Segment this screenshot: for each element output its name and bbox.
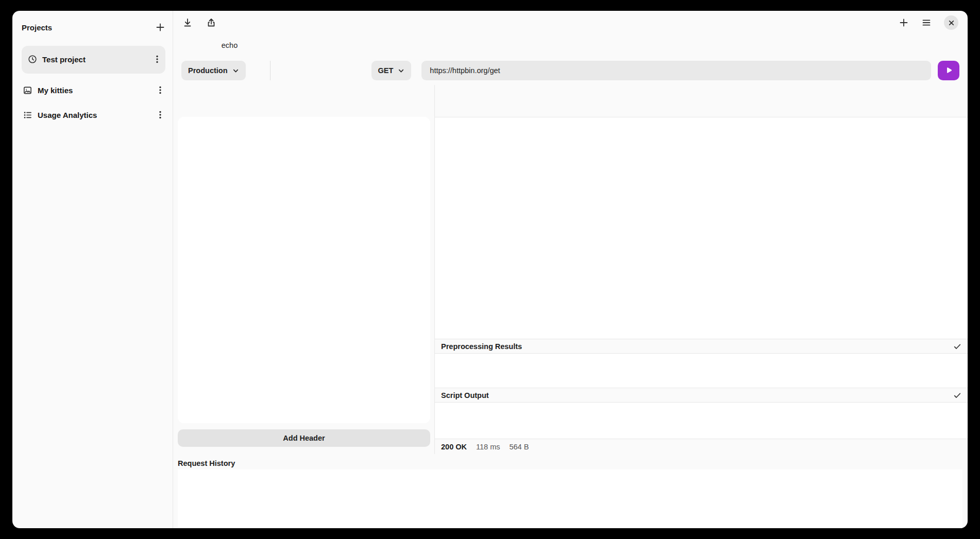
- response-status-bar: 200 OK 118 ms 564 B: [435, 439, 968, 454]
- method-label: GET: [378, 66, 394, 75]
- sidebar-item-label: Usage Analytics: [38, 111, 151, 119]
- script-output-content: [435, 403, 968, 439]
- chevron-down-icon: [398, 67, 404, 74]
- project-group: Test project: [22, 46, 165, 74]
- headers-editor: [178, 117, 430, 423]
- script-output-header: Script Output: [435, 388, 968, 403]
- environment-dropdown[interactable]: Production: [181, 61, 246, 80]
- send-request-button[interactable]: [938, 61, 959, 80]
- kebab-menu-icon[interactable]: [156, 85, 164, 95]
- url-value: https://httpbin.org/get: [430, 66, 500, 75]
- new-tab-icon[interactable]: [899, 18, 909, 28]
- request-history-title: Request History: [178, 457, 962, 470]
- list-icon: [23, 110, 32, 120]
- response-size: 564 B: [509, 443, 529, 451]
- response-time: 118 ms: [476, 443, 500, 451]
- close-window-button[interactable]: [944, 15, 958, 30]
- add-project-button[interactable]: [155, 22, 165, 32]
- image-icon: [23, 85, 32, 95]
- share-icon[interactable]: [206, 18, 216, 28]
- request-panel: Add Header: [173, 85, 434, 454]
- request-bar: Production GET https://httpbin.org/get: [173, 56, 968, 85]
- toolbar-divider: [270, 61, 271, 80]
- section-title: Preprocessing Results: [441, 342, 953, 351]
- environment-label: Production: [188, 66, 228, 75]
- tab-bar: echo: [173, 34, 968, 56]
- main-area: echo Production GET https://httpbin.org/…: [173, 11, 968, 528]
- project-kebab-menu-icon[interactable]: [153, 55, 161, 64]
- request-panel-tabs: [178, 85, 430, 117]
- sidebar: Projects Test project My kitties: [12, 11, 173, 528]
- url-input[interactable]: https://httpbin.org/get: [421, 61, 931, 80]
- sidebar-item-usage-analytics[interactable]: Usage Analytics: [22, 107, 165, 123]
- check-icon: [953, 342, 961, 351]
- close-icon: [948, 20, 955, 26]
- chevron-down-icon: [232, 67, 239, 74]
- preprocessing-results-output: [435, 354, 968, 388]
- preprocessing-results-header: Preprocessing Results: [435, 339, 968, 354]
- menu-icon[interactable]: [921, 18, 932, 28]
- status-code: 200 OK: [441, 443, 467, 451]
- tab-label: echo: [222, 41, 238, 49]
- projects-title: Projects: [22, 23, 52, 32]
- response-panel: Preprocessing Results Script Output 200 …: [434, 85, 968, 454]
- response-body-viewer[interactable]: [435, 117, 968, 339]
- response-panel-tabs: [435, 85, 968, 117]
- method-dropdown[interactable]: GET: [371, 61, 412, 80]
- play-icon: [944, 66, 953, 75]
- section-title: Script Output: [441, 391, 953, 399]
- project-name[interactable]: Test project: [42, 55, 148, 64]
- toolbar: [173, 11, 968, 34]
- app-window: Projects Test project My kitties: [12, 11, 968, 528]
- sidebar-item-label: My kitties: [38, 86, 151, 95]
- tab-echo[interactable]: echo: [174, 36, 285, 55]
- kebab-menu-icon[interactable]: [156, 110, 164, 119]
- clock-icon: [28, 55, 37, 64]
- check-icon: [953, 391, 961, 399]
- request-history: Request History: [173, 454, 968, 528]
- sidebar-item-my-kitties[interactable]: My kitties: [22, 82, 165, 98]
- add-header-button[interactable]: Add Header: [178, 429, 430, 447]
- download-icon[interactable]: [182, 18, 193, 28]
